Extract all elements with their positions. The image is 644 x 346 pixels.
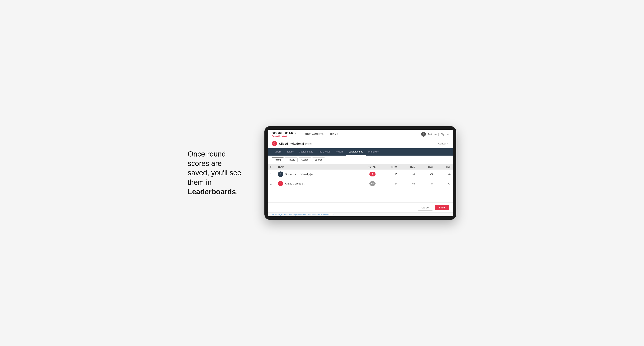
- app-footer: Cancel Save: [268, 202, 453, 212]
- sign-out-link[interactable]: Sign out: [440, 133, 449, 136]
- left-description: Once round scores are saved, you'll see …: [188, 150, 249, 197]
- col-rank: #: [268, 164, 276, 170]
- row1-team-logo: S: [278, 172, 283, 177]
- description-line2: scores are: [188, 160, 222, 168]
- tab-tee-groups[interactable]: Tee Groups: [316, 148, 333, 156]
- description-highlight: Leaderboards: [188, 188, 236, 196]
- row2-thru: F: [378, 179, 399, 188]
- footer-cancel-button[interactable]: Cancel: [418, 205, 433, 210]
- tab-printables[interactable]: Printables: [366, 148, 381, 156]
- row1-team-name: Scoreboard University [A]: [285, 173, 313, 176]
- tablet-screen: SCOREBOARD Powered by clippd TOURNAMENTS…: [268, 130, 453, 216]
- tournament-name: Clippd Invitational: [279, 142, 304, 145]
- tournament-header: C Clippd Invitational (Men) Cancel ✕: [268, 139, 453, 148]
- row1-rd1: -4: [399, 170, 417, 179]
- table-body: 1 S Scoreboard University [A] -5 F: [268, 170, 453, 188]
- header-cancel-label: Cancel: [438, 142, 446, 145]
- leaderboard-table: # TEAM TOTAL THRU RD1 RD2 RD3 1: [268, 164, 453, 188]
- description-line1: Once round: [188, 150, 226, 158]
- logo-text: SCOREBOARD: [272, 132, 296, 135]
- tab-details[interactable]: Details: [272, 148, 284, 156]
- nav-links: TOURNAMENTS TEAMS: [302, 130, 342, 139]
- header-close-icon: ✕: [447, 142, 449, 145]
- col-rd3: RD3: [435, 164, 453, 170]
- col-thru: THRU: [378, 164, 399, 170]
- row1-team: S Scoreboard University [A]: [276, 170, 354, 179]
- nav-tournaments[interactable]: TOURNAMENTS: [302, 130, 327, 139]
- col-rd1: RD1: [399, 164, 417, 170]
- table-row: 1 S Scoreboard University [A] -5 F: [268, 170, 453, 179]
- logo-area: SCOREBOARD Powered by clippd: [272, 132, 296, 137]
- header-cancel-button[interactable]: Cancel ✕: [438, 142, 449, 145]
- tournament-logo: C: [272, 141, 277, 146]
- sub-nav: Details Teams Course Setup Tee Groups Re…: [268, 148, 453, 156]
- filter-scores-button[interactable]: Scores: [299, 158, 311, 162]
- row1-total: -5: [354, 170, 378, 179]
- row2-rd2: -8: [417, 179, 435, 188]
- col-team: TEAM: [276, 164, 354, 170]
- row2-rd3: +3: [435, 179, 453, 188]
- user-name: Test User |: [428, 133, 439, 136]
- tab-leaderboards[interactable]: Leaderboards: [346, 148, 366, 156]
- filter-bar: Teams Players Scores Strokes: [268, 156, 453, 164]
- tab-teams[interactable]: Teams: [284, 148, 296, 156]
- description-period: .: [236, 188, 238, 196]
- logo-sub: Powered by clippd: [272, 135, 296, 137]
- col-total: TOTAL: [354, 164, 378, 170]
- page-wrapper: Once round scores are saved, you'll see …: [188, 126, 456, 220]
- table-header: # TEAM TOTAL THRU RD1 RD2 RD3: [268, 164, 453, 170]
- row2-team: C Clippd College [A]: [276, 179, 354, 188]
- table-row: 2 C Clippd College [A] +3 F: [268, 179, 453, 188]
- row2-rd1: +8: [399, 179, 417, 188]
- nav-teams[interactable]: TEAMS: [326, 130, 342, 139]
- tablet-frame: SCOREBOARD Powered by clippd TOURNAMENTS…: [264, 126, 456, 220]
- row2-rank: 2: [268, 179, 276, 188]
- row2-total: +3: [354, 179, 378, 188]
- row1-rd2: +5: [417, 170, 435, 179]
- row2-team-name: Clippd College [A]: [285, 182, 305, 185]
- row1-score-badge: -5: [370, 172, 376, 176]
- leaderboard-content: # TEAM TOTAL THRU RD1 RD2 RD3 1: [268, 164, 453, 202]
- top-nav: SCOREBOARD Powered by clippd TOURNAMENTS…: [268, 130, 453, 139]
- tab-results[interactable]: Results: [333, 148, 346, 156]
- row1-rd3: -6: [435, 170, 453, 179]
- description-line4: them in: [188, 178, 212, 186]
- url-bar: https://stage-blue-coach.stagescoeboard.…: [268, 212, 453, 216]
- footer-save-button[interactable]: Save: [435, 205, 449, 210]
- filter-strokes-button[interactable]: Strokes: [312, 158, 325, 162]
- description-line3: saved, you'll see: [188, 169, 242, 177]
- user-avatar: S: [421, 132, 426, 137]
- row2-team-logo: C: [278, 181, 283, 186]
- col-rd2: RD2: [417, 164, 435, 170]
- filter-teams-button[interactable]: Teams: [272, 158, 284, 162]
- row1-thru: F: [378, 170, 399, 179]
- tab-course-setup[interactable]: Course Setup: [296, 148, 316, 156]
- nav-right: S Test User | Sign out: [421, 132, 449, 137]
- filter-players-button[interactable]: Players: [285, 158, 298, 162]
- row1-rank: 1: [268, 170, 276, 179]
- row2-score-badge: +3: [370, 181, 376, 186]
- tournament-sub: (Men): [305, 142, 312, 145]
